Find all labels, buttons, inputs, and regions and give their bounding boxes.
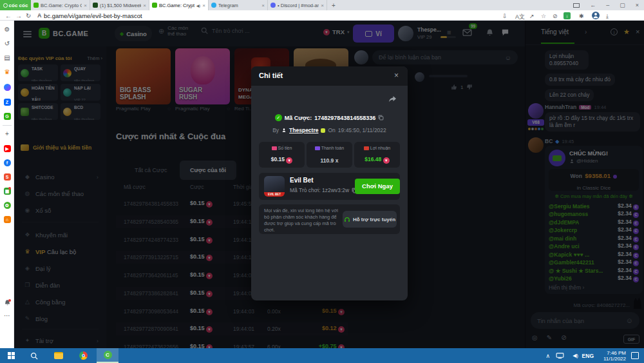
browser-tab-4[interactable]: Telegram× [209, 0, 268, 10]
game-thumbnail[interactable]: EVIL BET [264, 176, 285, 197]
bcgame-favicon [33, 3, 39, 8]
tab-title: • Discord | #mod-announc [278, 3, 319, 8]
back-icon[interactable]: ← [5, 12, 12, 19]
bet-datetime: 19:45:50, 1/11/2022 [338, 127, 386, 133]
network-icon[interactable] [556, 353, 564, 358]
chrome-icon[interactable] [72, 348, 94, 363]
idm-download-icon[interactable]: ↓ [564, 12, 571, 19]
modal-close-icon[interactable]: × [394, 71, 399, 80]
bookmark-star-icon[interactable]: ☆ [541, 13, 546, 19]
tab-title: (1) $1,500 Midweek Mascot | [100, 3, 141, 8]
browser-tab-2[interactable]: (1) $1,500 Midweek Mascot |× [90, 0, 149, 10]
mascot-favicon [93, 3, 98, 8]
history-icon[interactable]: ↺ [0, 40, 14, 47]
coccoc-sidebar: ⚙ ↺ ▤ ♛ Z G + ▶ f S ▦ ✿ ⌂ ⋯ [0, 21, 14, 348]
browser-tab-5[interactable]: • Discord | #mod-announc× [268, 0, 327, 10]
tab-audio-icon[interactable]: ◀) [196, 3, 201, 8]
cart-icon[interactable]: ⌂ [0, 215, 14, 223]
more-icon[interactable]: ⋯ [0, 312, 14, 319]
modal-game-row: EVIL BET Evil Bet Mã Trò chơi: 1z2wv3:2w… [259, 173, 400, 200]
taskbar-search-icon[interactable] [23, 348, 45, 363]
gear-icon[interactable]: ⚙ [0, 26, 14, 33]
user-emoji-badge [321, 128, 325, 133]
bcgame-favicon [152, 3, 157, 8]
live-support-button[interactable]: Hỗ trợ trực tuyến [343, 211, 397, 228]
divider [3, 125, 12, 126]
bet-stats: Số tiền $0.15 ▼ Thanh toán 110.9 x Lợi n… [259, 142, 400, 168]
file-explorer-icon[interactable] [48, 348, 70, 363]
share-icon[interactable]: ↗ [529, 13, 535, 19]
stat-amount: Số tiền $0.15 ▼ [259, 142, 305, 168]
language-indicator[interactable]: ENG [582, 353, 594, 359]
game-center-icon[interactable]: G [0, 112, 14, 120]
security-chip-icon[interactable]: A [37, 12, 42, 19]
taskbar-clock[interactable]: 7:46 PM11/1/2022 [603, 350, 626, 362]
browser-tab-1[interactable]: BC.Game: Crypto Casino Gam× [31, 0, 90, 10]
bet-user-link[interactable]: Thespectre [289, 127, 318, 133]
address-bar: ← → ↻ A bc.game/vi/game/evil-bet-by-masc… [0, 10, 644, 21]
youtube-icon[interactable]: ▶ [0, 144, 14, 152]
play-now-button[interactable]: Chơi Ngay [355, 179, 400, 194]
tab-close-icon[interactable]: × [143, 3, 146, 8]
adblock-shield-icon[interactable]: ⊘ [553, 13, 558, 19]
window-controls: ← – ▢ × [573, 0, 639, 10]
add-shortcut-icon[interactable]: + [0, 130, 14, 137]
payout-icon [315, 146, 320, 150]
crown-icon[interactable]: ♛ [0, 68, 14, 75]
stat-profit: Lợi nhuận $16.48 ▼ [354, 142, 400, 168]
discord-favicon [270, 3, 276, 8]
zalo-icon[interactable]: Z [0, 98, 14, 106]
tab-close-icon[interactable]: × [84, 3, 87, 8]
bet-id-value: 1748297843814558336 [314, 115, 375, 121]
coccoc-logo[interactable]: cốc cốc [0, 0, 31, 10]
reading-list-icon[interactable]: ▤ [0, 54, 14, 61]
coccoc-logo-text: cốc cốc [9, 3, 28, 8]
start-button[interactable] [0, 348, 22, 363]
tab-close-icon[interactable]: × [261, 3, 265, 8]
save-page-icon[interactable]: ⇩ [502, 13, 507, 19]
modal-title: Chi tiết [259, 72, 283, 79]
tab-close-icon[interactable]: × [202, 3, 205, 8]
bet-id-label: Mã Cược: [285, 115, 312, 121]
browser-tab-3-active[interactable]: BC.Game: Crypto Casino (◀)× [149, 0, 209, 10]
screen: cốc cốc BC.Game: Crypto Casino Gam× (1) … [0, 0, 644, 363]
downloads-icon[interactable]: ⤓ [606, 13, 609, 20]
extension-paw-icon[interactable]: ✱ [579, 13, 584, 19]
browser-tabstrip: cốc cốc BC.Game: Crypto Casino Gam× (1) … [0, 0, 644, 10]
amount-icon [272, 146, 277, 150]
check-icon: ✓ [275, 114, 282, 121]
windows-taskbar: C ∧ ◀) ENG 7:46 PM11/1/2022 [0, 348, 644, 363]
bcgame-page: B BC.GAME ◆ Casino ⊕ Các mônthể thao Tên… [14, 21, 644, 348]
on-label: On [328, 127, 335, 133]
facebook-icon[interactable]: f [0, 159, 14, 166]
new-tab-button[interactable]: + [327, 0, 340, 10]
tab-title: BC.Game: Crypto Casino Gam [41, 3, 82, 8]
shopee-icon[interactable]: S [0, 173, 14, 181]
copy-icon[interactable] [378, 115, 384, 121]
sidebar-toggle-icon[interactable]: ← [590, 2, 596, 8]
url-text[interactable]: bc.game/vi/game/evil-bet-by-mascot [44, 12, 142, 19]
bet-by-line: By Thespectre On 19:45:50, 1/11/2022 [251, 127, 408, 133]
reload-icon[interactable]: ↻ [26, 12, 31, 19]
messenger-icon[interactable] [0, 84, 14, 92]
minimize-icon[interactable]: – [606, 2, 609, 8]
sendo-icon[interactable]: ✿ [0, 201, 14, 209]
forward-icon[interactable]: → [15, 12, 22, 19]
bet-id-line: ✓ Mã Cược: 1748297843814558336 [251, 114, 408, 121]
close-window-icon[interactable]: × [636, 2, 639, 8]
pip-icon[interactable] [573, 3, 580, 8]
action-center-icon[interactable] [631, 352, 639, 359]
modal-note-row: Mọi vấn đề, xin vui lòng liên hệ với bộ … [259, 204, 400, 234]
coccoc-taskbar-icon[interactable]: C [97, 348, 118, 363]
shop-icon[interactable]: ▦ [0, 187, 14, 195]
share-bet-icon[interactable] [388, 95, 397, 104]
tab-close-icon[interactable]: × [321, 3, 324, 8]
maximize-icon[interactable]: ▢ [620, 2, 625, 8]
tray-expand-icon[interactable]: ∧ [545, 353, 550, 359]
profile-avatar[interactable] [592, 12, 600, 19]
support-label: Hỗ trợ trực tuyến [353, 217, 395, 222]
support-note: Mọi vấn đề, xin vui lòng liên hệ với bộ … [264, 208, 339, 233]
bell-icon[interactable] [0, 299, 14, 306]
modal-header: Chi tiết × [251, 66, 408, 86]
volume-icon[interactable]: ◀) [573, 353, 578, 358]
